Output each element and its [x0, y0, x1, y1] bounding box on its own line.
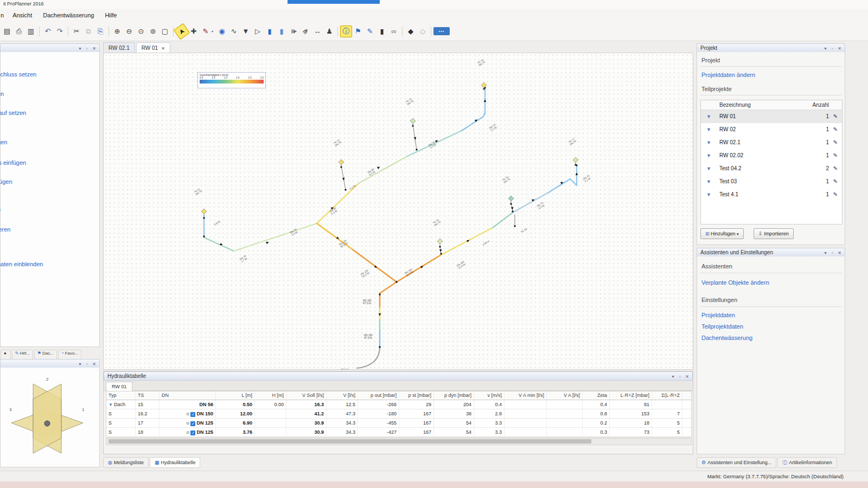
- info-button[interactable]: ⓘ: [340, 25, 352, 37]
- close-icon[interactable]: ✕: [836, 249, 843, 257]
- column-header-10[interactable]: v [m/s]: [474, 391, 505, 400]
- column-header-6[interactable]: V [l/s]: [327, 391, 358, 400]
- edit-brush-icon[interactable]: ✎: [829, 149, 842, 162]
- dn-auto-checkbox[interactable]: ✓: [190, 421, 195, 426]
- maximize-button[interactable]: [818, 1, 830, 8]
- tab-close-icon[interactable]: ✕: [161, 46, 165, 51]
- pipe-segment-3[interactable]: [317, 183, 359, 223]
- collapse-icon[interactable]: ▾: [822, 45, 829, 53]
- settings-link-2[interactable]: Dachentwässerung: [701, 335, 752, 341]
- pipe-segment-13[interactable]: [441, 228, 493, 255]
- task-link-6[interactable]: e: [0, 207, 1, 213]
- pipe-segment-12[interactable]: [397, 255, 441, 282]
- task-link-0[interactable]: schluss setzen: [0, 71, 36, 78]
- table-row[interactable]: S18⊘✓DN 1253.7630.934.3-427167543.30.373…: [106, 428, 691, 437]
- column-header-8[interactable]: p st [mbar]: [399, 391, 434, 400]
- menu-item-dachentwässerung[interactable]: Dachentwässerung: [37, 9, 99, 18]
- link-button[interactable]: ∞: [388, 25, 400, 37]
- menu-item-ansicht[interactable]: Ansicht: [7, 9, 37, 18]
- table-row[interactable]: S16.2⊘✓DN 15012.0041.247.3-180167382.80.…: [106, 409, 691, 419]
- pipe-lock-icon[interactable]: ⊘: [186, 430, 190, 435]
- pipe-segment-14[interactable]: [493, 213, 513, 228]
- edit-brush-icon[interactable]: ✎: [829, 162, 842, 175]
- close-icon[interactable]: ✕: [91, 361, 98, 368]
- lock-button[interactable]: ◆: [405, 25, 417, 37]
- pipe-segment-22[interactable]: [380, 282, 397, 293]
- draw-node-button[interactable]: ✎: [200, 25, 212, 37]
- pipe-segment-1[interactable]: [204, 237, 234, 251]
- task-link-1[interactable]: en: [0, 91, 4, 97]
- subproject-row-0[interactable]: ▼RW 011✎: [701, 110, 842, 123]
- subproject-row-5[interactable]: ▼Test 031✎: [701, 175, 842, 188]
- subproject-row-2[interactable]: ▼RW 02.11✎: [701, 136, 842, 149]
- pipe-segment-16[interactable]: [548, 179, 570, 192]
- pin-icon[interactable]: ▫: [829, 249, 836, 257]
- settings-link-0[interactable]: Projektdaten: [701, 312, 752, 318]
- riser-a-button[interactable]: ▮: [264, 25, 276, 37]
- close-button[interactable]: [831, 1, 843, 8]
- subproject-list[interactable]: BezeichnungAnzahl▼RW 011✎▼RW 021✎▼RW 02.…: [700, 100, 843, 224]
- pipe-segment-10[interactable]: [317, 223, 353, 250]
- planned-objects-link[interactable]: Verplante Objekte ändern: [701, 279, 769, 286]
- axes-3d-widget[interactable]: 123: [1, 368, 99, 466]
- pipe-node[interactable]: [203, 217, 205, 219]
- column-header-7[interactable]: p out [mbar]: [358, 391, 399, 400]
- column-header-1[interactable]: TS: [136, 391, 159, 400]
- project-data-link[interactable]: Projektdaten ändern: [701, 72, 755, 78]
- pipe-segment-15[interactable]: [513, 192, 548, 213]
- pin-icon[interactable]: ▫: [676, 373, 684, 381]
- pin-icon[interactable]: ▫: [84, 45, 91, 53]
- zoom-window-button[interactable]: ▢: [159, 25, 171, 37]
- column-header-14[interactable]: L·R+Z [mbar]: [610, 391, 652, 400]
- collapse-icon[interactable]: ▾: [76, 361, 84, 368]
- drain-button[interactable]: ▼: [240, 25, 252, 37]
- pipe-segment-6[interactable]: [462, 113, 485, 131]
- pipe-node[interactable]: [344, 189, 346, 190]
- right-bottom-tab-1[interactable]: ⓘArtikelinformationen: [777, 457, 837, 468]
- column-header-2[interactable]: DN: [159, 391, 216, 400]
- edit-brush-icon[interactable]: ✎: [829, 188, 842, 201]
- collapse-icon[interactable]: ▾: [822, 249, 829, 257]
- list-column-bezeichnung[interactable]: Bezeichnung: [701, 100, 795, 110]
- pin-icon[interactable]: ▫: [829, 45, 836, 53]
- hydraulic-table[interactable]: TypTSDNL [m]H [m]V Soll [l/s]V [l/s]p ou…: [106, 391, 692, 438]
- hydraulic-tab[interactable]: RW 01: [106, 382, 132, 391]
- subproject-row-6[interactable]: ▼Test 4.11✎: [701, 188, 842, 201]
- dn-auto-checkbox[interactable]: ✓: [190, 412, 195, 417]
- pipe-segment-4[interactable]: [359, 156, 407, 183]
- document-dark-button[interactable]: ▮: [376, 25, 388, 37]
- close-icon[interactable]: ✕: [836, 45, 843, 53]
- collapse-icon[interactable]: ▾: [76, 45, 84, 53]
- close-icon[interactable]: ✕: [91, 45, 98, 53]
- minimize-button[interactable]: [805, 1, 817, 8]
- import-button[interactable]: ⇩ Importieren: [754, 228, 794, 239]
- hydraulic-hscrollbar[interactable]: [106, 438, 692, 445]
- task-link-5[interactable]: fügen: [0, 178, 12, 185]
- pump-button[interactable]: ♟: [323, 25, 335, 37]
- column-header-12[interactable]: V A [l/s]: [547, 391, 583, 400]
- close-icon[interactable]: ✕: [684, 373, 691, 381]
- roof-drain-symbol-5[interactable]: [508, 196, 514, 203]
- draw-node-dropdown-caret[interactable]: ▾: [212, 25, 216, 37]
- pipe-node[interactable]: [379, 293, 380, 295]
- pipe-node[interactable]: [203, 235, 205, 237]
- table-row[interactable]: ▼Dach15DN 560.500.0016.312.5-266292040.4…: [106, 400, 691, 409]
- pipe-segment-11[interactable]: [353, 250, 397, 282]
- dn-auto-checkbox[interactable]: ✓: [190, 431, 195, 435]
- drawing-canvas[interactable]: TS 11DN 700.9 l/sDN 701.7 l/sDN 703.4 l/…: [103, 53, 693, 370]
- column-header-11[interactable]: V A min [l/s]: [505, 391, 547, 400]
- bottom-tab-meldungsliste[interactable]: ◍Meldungsliste: [103, 457, 149, 468]
- undo-button[interactable]: ↶: [42, 25, 54, 37]
- redo-button[interactable]: ↷: [54, 25, 66, 37]
- roof-drain-symbol-2[interactable]: [410, 118, 416, 126]
- column-header-0[interactable]: Typ: [106, 391, 136, 400]
- pan-button[interactable]: ✚: [188, 25, 200, 37]
- pipe-segment-8[interactable]: [341, 166, 346, 190]
- tag-button[interactable]: ⚑: [352, 25, 364, 37]
- roof-drain-symbol-3[interactable]: [481, 82, 487, 90]
- add-subproject-button[interactable]: ⊞ Hinzufügen ▾: [700, 228, 744, 239]
- flow-button[interactable]: ▷: [252, 25, 264, 37]
- pipe-lock-icon[interactable]: ⊘: [186, 412, 190, 416]
- subproject-row-4[interactable]: ▼Test 04.22✎: [701, 162, 842, 175]
- pipe-node[interactable]: [514, 225, 515, 227]
